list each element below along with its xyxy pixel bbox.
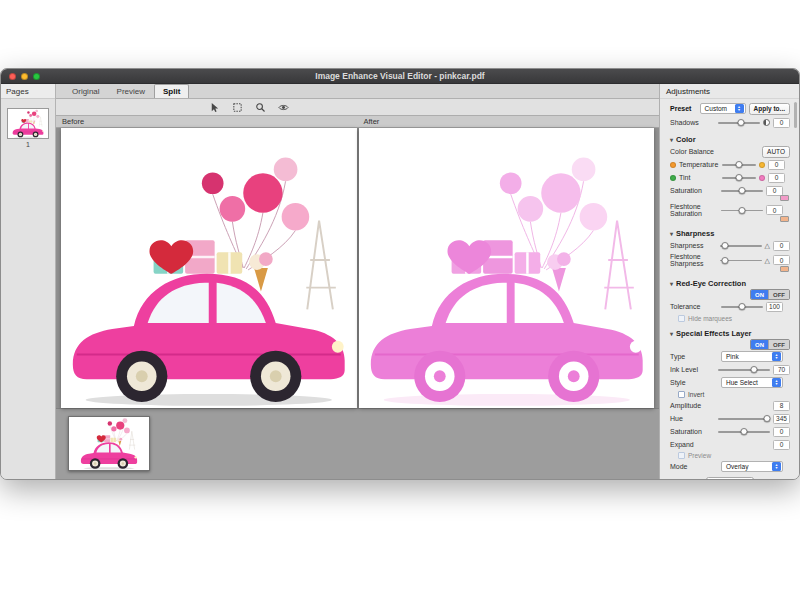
tolerance-slider[interactable] (721, 302, 763, 311)
effect-type-dropdown[interactable]: Pink ▲▼ (721, 351, 783, 362)
tint-value[interactable]: 0 (768, 173, 785, 183)
page-number-label: 1 (1, 141, 55, 148)
tab-split[interactable]: Split (154, 84, 189, 98)
saturation-swatch[interactable] (780, 195, 789, 201)
split-view (56, 128, 659, 408)
shadows-label: Shadows (670, 119, 715, 126)
close-window-icon[interactable] (9, 73, 16, 80)
mode-dropdown[interactable]: Overlay ▲▼ (721, 461, 783, 472)
before-canvas[interactable] (61, 128, 357, 408)
fleshtone-sharpness-swatch[interactable] (780, 266, 789, 272)
app-window: Image Enhance Visual Editor - pinkcar.pd… (0, 68, 800, 480)
fleshtone-saturation-value[interactable]: 0 (766, 205, 783, 215)
effect-style-dropdown[interactable]: Hue Select ▲▼ (721, 377, 783, 388)
before-label: Before (56, 116, 358, 127)
hide-marquees-label: Hide marquees (688, 315, 732, 322)
effects-on-off-toggle[interactable]: ON OFF (750, 339, 790, 350)
adjustments-scrollbar[interactable] (794, 102, 797, 128)
color-section-header[interactable]: ▾ Color (670, 133, 790, 145)
shadows-value[interactable]: 0 (773, 118, 790, 128)
temperature-color-swatch (759, 162, 765, 168)
effect-saturation-value[interactable]: 0 (773, 427, 790, 437)
expand-value[interactable]: 0 (773, 440, 790, 450)
red-eye-off[interactable]: OFF (768, 290, 789, 299)
preset-dropdown[interactable]: Custom ▲▼ (700, 103, 746, 114)
red-eye-on-off-toggle[interactable]: ON OFF (750, 289, 790, 300)
effect-style-label: Style (670, 379, 718, 386)
window-title: Image Enhance Visual Editor - pinkcar.pd… (1, 71, 799, 81)
tab-original[interactable]: Original (64, 84, 108, 98)
auto-button[interactable]: AUTO (762, 146, 790, 158)
saturation-value[interactable]: 0 (766, 186, 783, 196)
zoom-tool-icon[interactable] (254, 101, 266, 113)
dropdown-arrows-icon: ▲▼ (772, 462, 781, 471)
zoom-window-icon[interactable] (33, 73, 40, 80)
filmstrip-thumbnail[interactable] (68, 416, 150, 471)
mode-value: Overlay (726, 463, 748, 470)
title-bar: Image Enhance Visual Editor - pinkcar.pd… (1, 69, 799, 84)
editor-center: Original Preview Split Before (56, 84, 659, 480)
hide-marquees-checkbox[interactable] (678, 315, 685, 322)
marquee-tool-icon[interactable] (231, 101, 243, 113)
after-label: After (358, 116, 660, 127)
sharpness-section-header[interactable]: ▾ Sharpness (670, 227, 790, 239)
fleshtone-saturation-swatch[interactable] (780, 216, 789, 222)
view-tabbar: Original Preview Split (56, 84, 659, 99)
shadows-slider[interactable] (718, 118, 760, 127)
sharpness-slider[interactable] (720, 241, 762, 250)
red-eye-on[interactable]: ON (751, 290, 768, 299)
tolerance-label: Tolerance (670, 303, 718, 310)
effects-section-header[interactable]: ▾ Special Effects Layer (670, 327, 790, 339)
temperature-label: Temperature (679, 161, 719, 168)
shadows-contrast-icon (763, 119, 770, 126)
sharpness-triangle-icon: △ (765, 242, 770, 249)
minimize-window-icon[interactable] (21, 73, 28, 80)
hue-slider[interactable] (718, 414, 770, 423)
select-tool-icon[interactable] (208, 101, 220, 113)
tolerance-value[interactable]: 100 (766, 302, 783, 312)
dropdown-arrows-icon: ▲▼ (735, 104, 744, 113)
filmstrip (56, 408, 659, 480)
invert-label: Invert (688, 391, 704, 398)
after-canvas[interactable] (359, 128, 655, 408)
red-eye-section-header[interactable]: ▾ Red-Eye Correction (670, 277, 790, 289)
ink-level-slider[interactable] (718, 365, 770, 374)
traffic-lights (9, 73, 40, 80)
preview-label: Preview (688, 452, 711, 459)
color-balance-label: Color Balance (670, 148, 718, 155)
effect-type-value: Pink (726, 353, 739, 360)
expand-label: Expand (670, 441, 718, 448)
amplitude-value[interactable]: 8 (773, 401, 790, 411)
sharpness-value[interactable]: 0 (773, 241, 790, 251)
ink-level-label: Ink Level (670, 366, 715, 373)
ink-level-value[interactable]: 70 (773, 365, 790, 375)
apply-to-button[interactable]: Apply to... (749, 103, 790, 115)
adjustments-panel: Adjustments Preset Custom ▲▼ Apply to...… (659, 84, 799, 480)
tint-slider[interactable] (722, 173, 756, 182)
amplitude-label: Amplitude (670, 402, 718, 409)
adjustments-title: Adjustments (660, 84, 799, 99)
tab-preview[interactable]: Preview (109, 84, 153, 98)
invert-checkbox[interactable] (678, 391, 685, 398)
effect-saturation-slider[interactable] (718, 427, 770, 436)
tint-color-swatch (759, 175, 765, 181)
preview-checkbox[interactable] (678, 452, 685, 459)
fleshtone-saturation-slider[interactable] (721, 206, 763, 215)
revert-button[interactable]: Revert (706, 477, 754, 480)
dropdown-arrows-icon: ▲▼ (772, 378, 781, 387)
preview-eye-icon[interactable] (277, 101, 289, 113)
fleshtone-sharpness-triangle-icon: △ (765, 257, 770, 264)
canvas-toolbar (56, 99, 659, 116)
effects-on[interactable]: ON (751, 340, 768, 349)
saturation-slider[interactable] (721, 186, 763, 195)
hue-value[interactable]: 345 (773, 414, 790, 424)
tint-label: Tint (679, 174, 719, 181)
temperature-slider[interactable] (722, 160, 756, 169)
fleshtone-sharpness-slider[interactable] (720, 256, 762, 265)
page-thumbnail[interactable] (7, 108, 49, 139)
temperature-warm-icon (670, 162, 676, 168)
fleshtone-sharpness-value[interactable]: 0 (773, 255, 790, 265)
temperature-value[interactable]: 0 (768, 160, 785, 170)
effects-off[interactable]: OFF (768, 340, 789, 349)
saturation-label: Saturation (670, 187, 718, 194)
